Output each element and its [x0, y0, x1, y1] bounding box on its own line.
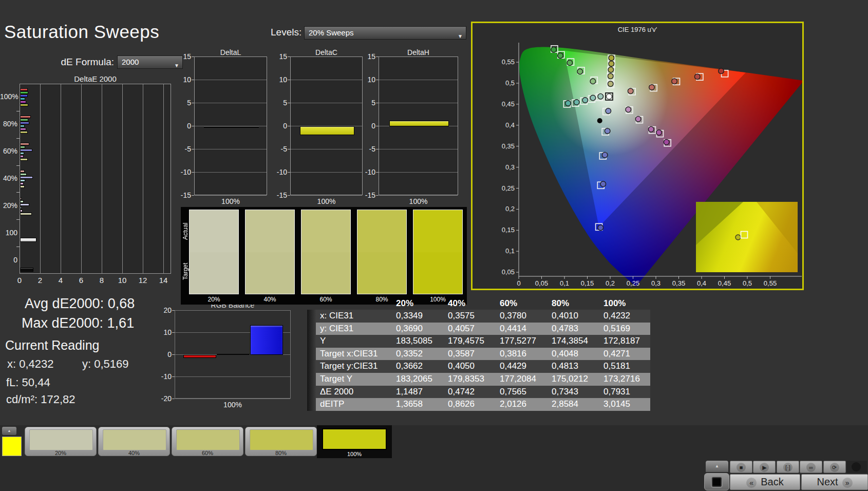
current-cdm2: cd/m²: 172,82: [6, 393, 76, 406]
table-cell: 0,4232: [598, 310, 650, 323]
cie-y-tick-label: 0,2: [505, 205, 515, 213]
patch-tile[interactable]: 20%: [25, 427, 97, 456]
actual-label: Actual: [182, 211, 189, 251]
transport-button-0[interactable]: ■: [730, 461, 752, 473]
rgb-y-tick-label: 0: [157, 350, 172, 358]
table-row-handle: [307, 310, 316, 323]
transport-button-4[interactable]: ⟳: [823, 461, 846, 473]
sweep-swatch-actual: [246, 210, 294, 252]
test-patch-swatch[interactable]: [2, 437, 22, 456]
delta-y-tick-label: -5: [273, 145, 287, 153]
delta-y-tick-label: -15: [177, 191, 191, 199]
table-cell: 0,4783: [546, 323, 598, 335]
levels-label: Levels:: [271, 27, 301, 38]
deltae-bar: [20, 95, 28, 97]
table-row-handle: [307, 335, 316, 348]
patch-tile[interactable]: 40%: [98, 427, 170, 456]
next-label: Next: [817, 476, 838, 488]
rgb-y-tick-label: 20: [157, 306, 172, 314]
table-col-header: 40%: [443, 297, 495, 310]
sweep-swatch-actual: [357, 210, 406, 252]
cie-x-tick-label: 0,3: [651, 279, 661, 287]
transport-icon: ▶: [760, 463, 769, 472]
deltae-bar: [20, 179, 25, 182]
deltae-bar: [20, 197, 22, 200]
table-cell: 0,3780: [495, 310, 546, 323]
delta-y-tick-label: 10: [177, 75, 191, 84]
transport-button-2[interactable]: [·]: [777, 461, 799, 473]
back-label: Back: [761, 476, 783, 488]
table-col-header: 20%: [391, 297, 443, 310]
table-cell: 183,5085: [391, 335, 443, 348]
patch-tile-label: 40%: [99, 450, 169, 456]
table-cell: 0,4048: [546, 348, 598, 361]
de-formula-select[interactable]: 2000 ▼: [117, 55, 183, 69]
delta-bar: [300, 126, 354, 135]
cie-point-cyan: [565, 101, 571, 106]
levels-select[interactable]: 20% Sweeps ▼: [304, 26, 466, 40]
cie-y-tick-label: 0,25: [502, 184, 515, 192]
cie-x-tick-label: 0,1: [560, 279, 569, 287]
sweep-swatch-actual: [190, 210, 238, 252]
cie-x-tick-label: 0,55: [764, 279, 777, 287]
sweep-swatch-panel: ActualTarget20%40%60%80%100%: [181, 207, 467, 305]
cie-point-green: [551, 47, 557, 52]
patch-tile-selected[interactable]: 100%: [317, 425, 392, 458]
deltae-x-tick-label: 10: [115, 276, 130, 285]
cie-y-tick-label: 0,1: [505, 247, 515, 255]
delta-y-tick-label: 10: [273, 75, 287, 84]
de-formula-value: 2000: [122, 58, 139, 66]
back-button[interactable]: «Back: [730, 474, 800, 490]
deltae-axis-tick: [16, 165, 20, 166]
cie-x-tick-label: 0,35: [672, 279, 685, 287]
table-cell: 0,5169: [598, 323, 650, 335]
gridline: [379, 80, 458, 80]
endcap-circle-icon: [852, 462, 861, 471]
patch-tile[interactable]: 80%: [245, 427, 317, 456]
delta-y-tick-label: 15: [361, 52, 375, 61]
delta-y-tick-label: -15: [361, 191, 375, 199]
rgb-bar-red: [183, 355, 216, 358]
sweep-swatch-label: 20%: [189, 296, 239, 303]
delta-y-tick: [192, 80, 194, 80]
deltae-group-label: 100%: [0, 92, 17, 101]
delta-y-tick-label: 5: [361, 99, 375, 107]
scroll-up-button[interactable]: ▲: [2, 427, 16, 435]
table-corner: [307, 297, 391, 310]
deltae-group-label: 40%: [0, 174, 17, 182]
next-button[interactable]: Next»: [801, 474, 868, 490]
cie-point-green: [558, 53, 563, 59]
table-row-label: ΔE 2000: [316, 386, 391, 399]
deltae-bar: [20, 238, 36, 242]
deltae-bar: [20, 213, 32, 215]
cie-y-tick-label: 0,35: [502, 142, 515, 150]
table-row-label: Target x:CIE31: [316, 348, 391, 361]
table-cell: 0,4271: [598, 348, 650, 361]
transport-button-3[interactable]: ∞: [800, 461, 822, 473]
patch-tile-swatch: [322, 428, 387, 450]
sweep-swatch-target: [190, 252, 238, 294]
deltae-x-tick-label: 12: [135, 276, 150, 285]
table-cell: 177,5277: [495, 335, 546, 348]
stop-pattern-button[interactable]: [704, 473, 729, 490]
deltae-axis-tick: [16, 111, 20, 111]
delta-chart-plot: [194, 56, 267, 195]
delta-x-label: 100%: [194, 197, 267, 205]
delta-y-tick: [192, 56, 194, 57]
gridline: [291, 195, 362, 196]
max-de2000: Max dE2000: 1,61: [22, 315, 134, 331]
delta-y-tick: [376, 103, 379, 103]
delta-y-tick-label: 0: [361, 122, 375, 130]
cie-point-magenta: [635, 116, 641, 122]
deltae-bar: [20, 104, 28, 106]
transport-button-1[interactable]: ▶: [753, 461, 776, 473]
deltae-bar: [20, 206, 22, 209]
deltae-bar: [20, 155, 24, 158]
avg-de2000: Avg dE2000: 0,68: [25, 296, 135, 312]
patch-tile[interactable]: 60%: [172, 427, 243, 456]
scroll-up-button[interactable]: ▲: [706, 461, 728, 472]
table-cell: 175,0212: [546, 373, 598, 386]
deltae-bar: [20, 185, 25, 188]
transport-icon: ■: [737, 463, 746, 472]
delta-y-tick: [288, 172, 290, 173]
